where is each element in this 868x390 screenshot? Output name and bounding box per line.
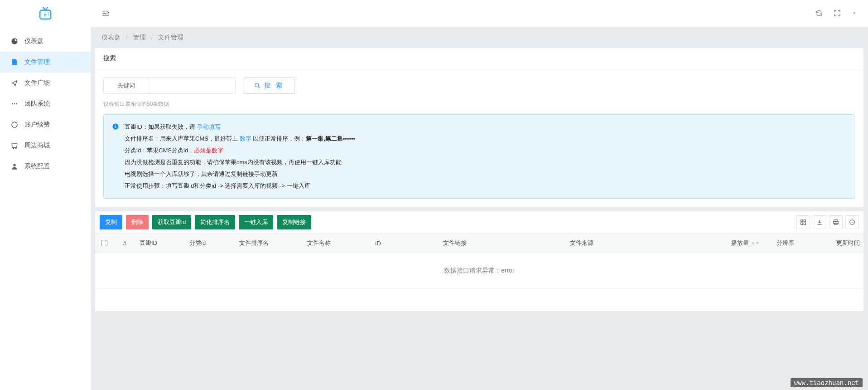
col-cat-id[interactable]: 分类id <box>186 234 236 253</box>
alert-content: 豆瓣ID：如果获取失败，请 手动填写 文件排序名：用来入库苹果CMS，最好带上 … <box>125 121 355 192</box>
file-icon <box>11 58 18 66</box>
pager <box>95 288 863 311</box>
topbar <box>91 0 868 27</box>
svg-rect-17 <box>801 223 803 224</box>
col-play-count[interactable]: 播放量▲▼ <box>728 234 773 253</box>
sidebar-item-dashboard[interactable]: 仪表盘 <box>0 31 91 52</box>
svg-point-5 <box>14 103 15 105</box>
keyword-input[interactable] <box>149 78 235 93</box>
refresh-icon <box>815 10 823 17</box>
sidebar-item-settings[interactable]: 系统配置 <box>0 156 91 177</box>
nav-label: 账户续费 <box>24 121 50 129</box>
breadcrumb-item[interactable]: 管理 <box>133 34 146 41</box>
table-card: 复制 删除 获取豆瓣id 简化排序名 一键入库 复制链接 # <box>95 211 863 311</box>
import-button[interactable]: 一键入库 <box>239 215 273 229</box>
renew-icon <box>11 121 18 128</box>
nav-label: 文件管理 <box>24 58 50 66</box>
delete-button[interactable]: 删除 <box>126 215 149 229</box>
col-resolution[interactable]: 分辨率 <box>773 234 818 253</box>
breadcrumb: 仪表盘 / 管理 / 文件管理 <box>91 27 868 48</box>
help-button[interactable] <box>845 215 859 229</box>
fullscreen-icon <box>834 10 841 17</box>
nav: 仪表盘 文件管理 文件广场 团队系统 账户续费 周边商城 <box>0 27 91 177</box>
svg-point-10 <box>13 164 15 166</box>
info-circle-icon <box>849 219 855 225</box>
search-card: 搜索 关键词 搜 索 仅会输出最相似的50条数据 <box>95 48 863 207</box>
nav-label: 周边商城 <box>24 141 50 150</box>
svg-point-7 <box>12 122 17 127</box>
svg-rect-18 <box>804 223 805 224</box>
col-file-link[interactable]: 文件链接 <box>439 234 566 253</box>
info-icon <box>112 123 119 192</box>
shop-icon <box>11 142 18 149</box>
sidebar-item-file-square[interactable]: 文件广场 <box>0 73 91 93</box>
watermark: www.tiaozhuan.net <box>791 378 863 387</box>
svg-point-6 <box>16 103 17 105</box>
fullscreen-button[interactable] <box>834 10 841 18</box>
export-icon <box>816 219 823 225</box>
simplify-button[interactable]: 简化排序名 <box>195 215 235 229</box>
col-id[interactable]: ID <box>371 234 439 253</box>
col-douban-id[interactable]: 豆瓣ID <box>136 234 186 253</box>
svg-point-8 <box>13 148 14 148</box>
table-header: # 豆瓣ID 分类id 文件排序名 文件名称 ID 文件链接 文件来源 播放量▲… <box>95 233 863 253</box>
col-index: # <box>113 234 136 253</box>
copy-link-button[interactable]: 复制链接 <box>277 215 311 229</box>
svg-point-2 <box>48 12 49 13</box>
share-icon <box>11 79 18 87</box>
collapse-icon <box>101 9 110 17</box>
col-source[interactable]: 文件来源 <box>566 234 728 253</box>
manual-fill-link[interactable]: 手动填写 <box>197 123 221 130</box>
col-file-name[interactable]: 文件名称 <box>304 234 371 253</box>
sidebar-item-file-manage[interactable]: 文件管理 <box>0 52 91 73</box>
chevron-down-icon <box>852 10 857 16</box>
print-button[interactable] <box>829 215 843 229</box>
dashboard-icon <box>11 38 18 45</box>
export-button[interactable] <box>813 215 826 229</box>
search-icon <box>254 83 260 89</box>
col-sort-name[interactable]: 文件排序名 <box>236 234 304 253</box>
svg-rect-16 <box>804 220 805 222</box>
nav-label: 团队系统 <box>24 100 50 108</box>
info-alert: 豆瓣ID：如果获取失败，请 手动填写 文件排序名：用来入库苹果CMS，最好带上 … <box>103 114 855 199</box>
breadcrumb-item[interactable]: 仪表盘 <box>101 34 121 41</box>
copy-button[interactable]: 复制 <box>100 215 122 229</box>
user-icon <box>11 163 18 170</box>
sidebar-item-shop[interactable]: 周边商城 <box>0 135 91 156</box>
logo-icon: e <box>37 5 53 22</box>
collapse-button[interactable] <box>101 9 110 19</box>
sidebar: e 仪表盘 文件管理 文件广场 团队系统 <box>0 0 91 390</box>
print-icon <box>833 219 839 225</box>
search-title: 搜索 <box>95 48 863 69</box>
svg-point-11 <box>255 83 259 87</box>
sort-icon: ▲▼ <box>751 242 760 244</box>
get-douban-button[interactable]: 获取豆瓣id <box>152 215 191 229</box>
sidebar-item-renew[interactable]: 账户续费 <box>0 114 91 135</box>
select-all-checkbox[interactable] <box>101 240 107 246</box>
nav-label: 系统配置 <box>24 162 50 171</box>
nav-label: 仪表盘 <box>24 37 43 45</box>
svg-point-4 <box>12 103 13 105</box>
refresh-button[interactable] <box>815 10 823 18</box>
nav-label: 文件广场 <box>24 79 50 87</box>
main: 仪表盘 / 管理 / 文件管理 搜索 关键词 搜 索 <box>91 0 868 390</box>
svg-rect-15 <box>801 220 803 222</box>
keyword-label: 关键词 <box>104 78 149 93</box>
svg-text:e: e <box>44 12 47 17</box>
team-icon <box>11 100 18 107</box>
data-table: # 豆瓣ID 分类id 文件排序名 文件名称 ID 文件链接 文件来源 播放量▲… <box>95 233 863 288</box>
logo[interactable]: e <box>0 0 91 27</box>
svg-point-3 <box>48 15 49 15</box>
svg-point-14 <box>115 125 116 126</box>
svg-point-9 <box>16 148 16 148</box>
table-empty-state: 数据接口请求异常：error <box>95 253 863 288</box>
sidebar-item-team[interactable]: 团队系统 <box>0 93 91 114</box>
columns-icon <box>800 219 806 225</box>
col-update-time[interactable]: 更新时间 <box>818 234 863 253</box>
dropdown-button[interactable] <box>852 10 857 17</box>
search-hint: 仅会输出最相似的50条数据 <box>103 100 855 108</box>
action-bar: 复制 删除 获取豆瓣id 简化排序名 一键入库 复制链接 <box>95 211 863 233</box>
search-button[interactable]: 搜 索 <box>244 78 294 94</box>
columns-button[interactable] <box>796 215 810 229</box>
breadcrumb-item: 文件管理 <box>158 34 183 41</box>
